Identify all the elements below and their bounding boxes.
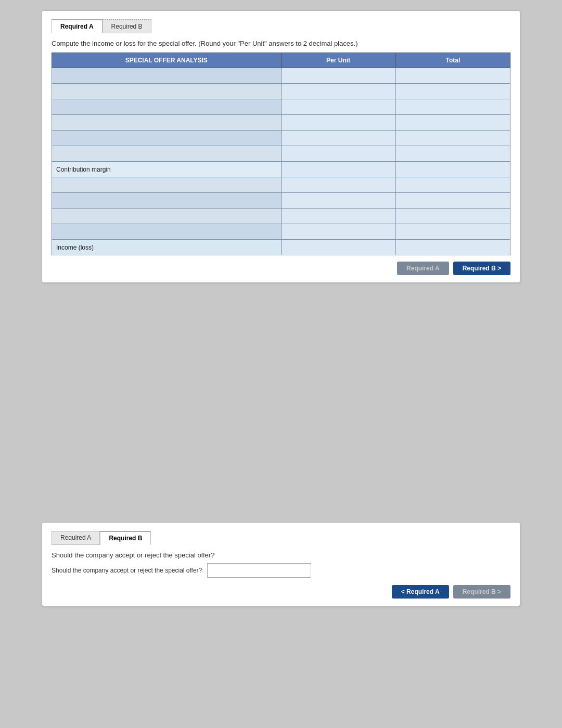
row2-total-input[interactable] — [400, 87, 506, 96]
row4-per-unit — [281, 115, 395, 131]
income-total — [395, 240, 510, 255]
row1-total-input[interactable] — [400, 71, 506, 81]
table-row — [52, 209, 510, 224]
col-header-total: Total — [395, 53, 510, 68]
row8-total — [395, 193, 510, 209]
special-offer-answer-input[interactable] — [207, 563, 311, 578]
row9-label — [52, 209, 282, 224]
row2-label-input[interactable] — [56, 87, 277, 96]
row4-per-unit-input[interactable] — [286, 118, 391, 127]
question-input-row: Should the company accept or reject the … — [52, 563, 510, 578]
row1-label — [52, 68, 282, 84]
contribution-per-unit-input[interactable] — [286, 165, 391, 174]
tab-bar-1: Required A Required B — [52, 19, 510, 33]
card-required-a: Required A Required B Compute the income… — [42, 10, 520, 283]
contribution-total — [395, 162, 510, 177]
income-label: Income (loss) — [52, 240, 282, 255]
row8-label — [52, 193, 282, 209]
row1-per-unit-input[interactable] — [286, 71, 391, 81]
card-required-b: Required A Required B Should the company… — [42, 522, 520, 606]
row3-per-unit — [281, 99, 395, 115]
table-row — [52, 68, 510, 84]
row10-per-unit-input[interactable] — [286, 227, 391, 237]
required-a-button-disabled[interactable]: Required A — [397, 262, 449, 275]
contribution-total-input[interactable] — [400, 165, 506, 174]
income-per-unit — [281, 240, 395, 255]
row6-label-input[interactable] — [56, 149, 277, 159]
analysis-table: SPECIAL OFFER ANALYSIS Per Unit Total — [52, 53, 510, 255]
row10-total — [395, 224, 510, 240]
row7-label-input[interactable] — [56, 180, 277, 190]
income-total-input[interactable] — [400, 243, 506, 252]
row4-label-input[interactable] — [56, 118, 277, 127]
row2-label — [52, 84, 282, 99]
contribution-margin-row: Contribution margin — [52, 162, 510, 177]
row2-total — [395, 84, 510, 99]
table-row — [52, 115, 510, 131]
forward-required-b-button-disabled[interactable]: Required B > — [453, 585, 510, 599]
row6-total — [395, 146, 510, 162]
row5-label-input[interactable] — [56, 134, 277, 143]
row7-label — [52, 177, 282, 193]
tab-required-b-1[interactable]: Required B — [103, 19, 151, 33]
table-row — [52, 177, 510, 193]
row5-per-unit-input[interactable] — [286, 134, 391, 143]
row3-total-input[interactable] — [400, 102, 506, 112]
row10-label-input[interactable] — [56, 227, 277, 237]
row8-per-unit-input[interactable] — [286, 196, 391, 205]
table-row — [52, 84, 510, 99]
tab-required-a-1[interactable]: Required A — [52, 19, 103, 33]
row6-per-unit — [281, 146, 395, 162]
row5-total — [395, 131, 510, 146]
row3-label — [52, 99, 282, 115]
row9-total-input[interactable] — [400, 212, 506, 221]
row10-total-input[interactable] — [400, 227, 506, 237]
row2-per-unit — [281, 84, 395, 99]
tab-required-a-2[interactable]: Required A — [52, 531, 100, 545]
row9-total — [395, 209, 510, 224]
row2-per-unit-input[interactable] — [286, 87, 391, 96]
row8-total-input[interactable] — [400, 196, 506, 205]
row7-per-unit-input[interactable] — [286, 180, 391, 190]
row6-total-input[interactable] — [400, 149, 506, 159]
row5-total-input[interactable] — [400, 134, 506, 143]
row9-per-unit — [281, 209, 395, 224]
row8-per-unit — [281, 193, 395, 209]
row4-total-input[interactable] — [400, 118, 506, 127]
required-b-next-button[interactable]: Required B > — [453, 262, 510, 275]
row7-per-unit — [281, 177, 395, 193]
question-heading: Should the company accept or reject the … — [52, 551, 510, 559]
nav-buttons-2: < Required A Required B > — [52, 585, 510, 599]
row10-per-unit — [281, 224, 395, 240]
row4-label — [52, 115, 282, 131]
table-row — [52, 146, 510, 162]
tab-required-b-2[interactable]: Required B — [100, 531, 151, 545]
row1-label-input[interactable] — [56, 71, 277, 81]
income-per-unit-input[interactable] — [286, 243, 391, 252]
row9-label-input[interactable] — [56, 212, 277, 221]
table-row — [52, 224, 510, 240]
row3-total — [395, 99, 510, 115]
nav-buttons-1: Required A Required B > — [52, 262, 510, 275]
table-row — [52, 193, 510, 209]
row7-total — [395, 177, 510, 193]
table-row — [52, 99, 510, 115]
instruction-text: Compute the income or loss for the speci… — [52, 40, 510, 47]
row1-per-unit — [281, 68, 395, 84]
back-required-a-button[interactable]: < Required A — [392, 585, 449, 599]
col-header-analysis: SPECIAL OFFER ANALYSIS — [52, 53, 282, 68]
row5-per-unit — [281, 131, 395, 146]
row6-per-unit-input[interactable] — [286, 149, 391, 159]
row8-label-input[interactable] — [56, 196, 277, 205]
row3-per-unit-input[interactable] — [286, 102, 391, 112]
row7-total-input[interactable] — [400, 180, 506, 190]
income-loss-row: Income (loss) — [52, 240, 510, 255]
row10-label — [52, 224, 282, 240]
row4-total — [395, 115, 510, 131]
row9-per-unit-input[interactable] — [286, 212, 391, 221]
row3-label-input[interactable] — [56, 102, 277, 112]
tab-bar-2: Required A Required B — [52, 531, 510, 545]
table-row — [52, 131, 510, 146]
contribution-label: Contribution margin — [52, 162, 282, 177]
row6-label — [52, 146, 282, 162]
